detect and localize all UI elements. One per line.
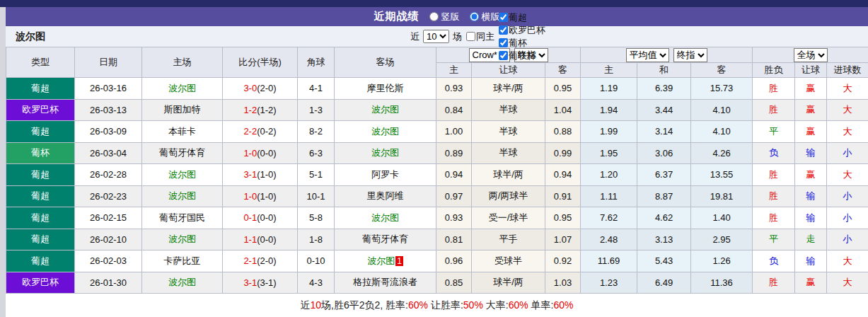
corner-cell: 4-1 [298,78,335,100]
league-badge: 欧罗巴杯 [6,272,75,294]
score-cell: 1-0(1-0) [223,185,298,207]
home-team-name[interactable]: 波尔图 [168,83,196,93]
away-team-cell: 摩里伦斯 [335,78,436,100]
table-row: 葡超26-02-28波尔图3-1(1-0)5-1阿罗卡0.94球半/两0.941… [6,164,868,186]
asian-away-odds-cell: 0.91 [545,185,581,207]
handicap-result-cell: 赢 [795,99,827,121]
corner-cell: 5-8 [298,207,335,229]
euro-away-odds-cell: 2.95 [691,229,753,250]
home-team-cell: 波尔图 [142,229,223,250]
away-team-name[interactable]: 波尔图 [367,255,395,266]
score-cell: 1-1(0-0) [223,229,298,250]
league-filter-option-1[interactable]: 欧罗巴杯 [496,24,545,37]
asian-home-odds-cell: 0.84 [436,99,472,121]
page-top-strip [0,0,868,7]
home-team-name[interactable]: 波尔图 [168,190,196,201]
asian-handicap-cell: 半球 [472,121,545,143]
home-team-name[interactable]: 本菲卡 [168,126,196,137]
date-cell: 26-02-28 [75,164,142,186]
away-team-name[interactable]: 里奥阿维 [367,190,404,201]
euro-home-odds-cell: 1.20 [581,164,637,186]
euro-home-odds-cell: 1.19 [581,78,637,100]
away-team-name[interactable]: 波尔图 [371,104,399,115]
team-name: 波尔图 [16,30,45,43]
league-filter-option-2[interactable]: 葡杯 [496,37,545,50]
euro-avg-select[interactable]: 平均值 [626,48,669,62]
summary-segment: 60% [553,299,573,311]
away-team-name[interactable]: 葡萄牙体育 [362,234,408,244]
asian-home-odds-cell: 0.93 [436,207,472,229]
halftime-score: (1-0) [257,169,276,180]
euro-away-odds-cell: 1.26 [691,250,753,272]
goals-result-cell: 大 [827,99,868,121]
league-filter-label: 欧罗巴杯 [509,24,545,37]
away-team-cell: 葡萄牙体育 [335,229,436,250]
same-home-option[interactable]: 同主 [463,30,494,43]
away-team-name[interactable]: 波尔图 [371,126,399,137]
match-table-body: 葡超26-03-16波尔图3-0(2-0)4-1摩里伦斯0.93球半/两0.95… [6,78,868,294]
table-row: 葡杯26-03-04葡萄牙体育1-0(0-0)6-3波尔图0.89半球0.991… [6,142,868,164]
euro-draw-odds-cell: 6.49 [637,272,691,294]
col-header-result-outcome: 胜负 [753,63,795,78]
outcome-result-cell: 负 [753,142,795,164]
fulltime-score: 1-0 [243,148,257,158]
halftime-score: (2-0) [257,83,276,93]
recent-count-select[interactable]: 10 [423,30,449,43]
halftime-score: (3-1) [257,277,276,288]
league-filter-label: 葡杯 [509,37,527,50]
table-row: 葡超26-02-03卡萨比亚2-1(2-0)0-10波尔图10.96受球半0.9… [6,250,868,272]
away-team-cell: 波尔图 [335,99,436,121]
league-filter-checkbox-3[interactable] [499,51,508,60]
outcome-result-cell: 胜 [753,272,795,294]
corner-cell: 4-3 [298,272,335,294]
asian-home-odds-cell: 0.85 [436,272,472,294]
away-team-name[interactable]: 格拉斯哥流浪者 [353,277,417,287]
league-badge: 葡杯 [6,142,75,164]
home-team-name[interactable]: 葡萄牙体育 [159,147,205,158]
asian-handicap-cell: 球半/两 [472,78,545,100]
asian-away-odds-cell: 0.94 [545,164,581,186]
home-team-name[interactable]: 波尔图 [168,277,196,287]
summary-text: 近10场,胜6平2负2, 胜率:60% 让胜率:50% 大率:60% 单率:60… [301,299,574,312]
league-filter-option-0[interactable]: 葡超 [496,11,545,24]
outcome-result-cell: 胜 [753,185,795,207]
league-filters: 葡超欧罗巴杯葡杯葡联杯 [496,11,545,62]
asian-home-odds-cell: 0.94 [436,164,472,186]
home-team-name[interactable]: 葡萄牙国民 [159,212,205,223]
league-badge: 葡超 [6,229,75,250]
league-filter-checkbox-2[interactable] [499,38,508,47]
home-team-name[interactable]: 波尔图 [168,169,196,180]
away-team-name[interactable]: 摩里伦斯 [367,83,404,93]
date-cell: 26-01-30 [75,272,142,294]
league-filter-label: 葡联杯 [509,50,536,62]
away-team-cell: 格拉斯哥流浪者 [335,272,436,294]
home-team-cell: 葡萄牙国民 [142,207,223,229]
euro-index-select[interactable]: 终指 [673,48,707,62]
same-home-checkbox[interactable] [466,32,475,41]
home-team-name[interactable]: 斯图加特 [164,104,201,115]
corner-cell: 6-3 [298,142,335,164]
home-team-name[interactable]: 波尔图 [168,234,196,244]
league-filter-checkbox-1[interactable] [499,25,508,35]
away-team-name[interactable]: 阿罗卡 [371,169,399,180]
home-team-cell: 斯图加特 [142,99,223,121]
home-team-cell: 本菲卡 [142,121,223,143]
away-team-name[interactable]: 波尔图 [371,212,399,223]
scope-select[interactable]: 全场 [794,48,828,62]
outcome-result-cell: 负 [753,250,795,272]
euro-home-odds-cell: 1.95 [581,142,637,164]
league-filter-checkbox-0[interactable] [499,13,508,22]
col-header-date: 日期 [75,47,142,78]
euro-home-odds-cell: 2.48 [581,229,637,250]
table-row: 葡超26-02-15葡萄牙国民0-1(0-0)5-8波尔图0.93受一/球半0.… [6,207,868,229]
goals-result-cell: 小 [827,229,868,250]
away-team-cell: 波尔图 [335,121,436,143]
outcome-result-cell: 胜 [753,164,795,186]
away-team-name[interactable]: 波尔图 [371,147,399,158]
score-cell: 0-1(0-0) [223,207,298,229]
league-filter-option-3[interactable]: 葡联杯 [496,50,545,62]
asian-handicap-cell: 两/两球半 [472,185,545,207]
home-team-name[interactable]: 卡萨比亚 [164,255,201,266]
euro-draw-odds-cell: 5.43 [637,250,691,272]
goals-result-cell: 大 [827,164,868,186]
